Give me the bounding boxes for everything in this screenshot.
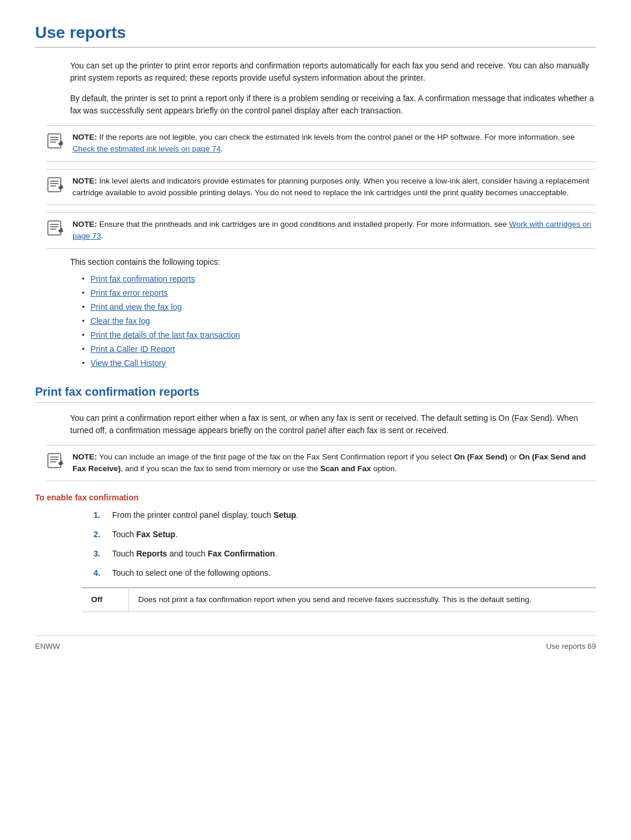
list-item: Clear the fax log	[82, 316, 596, 326]
note-icon-2	[47, 177, 68, 195]
note-icon-1	[47, 133, 68, 151]
list-item: View the Call History	[82, 358, 596, 368]
list-item: Print fax confirmation reports	[82, 274, 596, 284]
confirmation-note-text: NOTE: You can include an image of the fi…	[72, 451, 596, 475]
option-description: Does not print a fax confirmation report…	[129, 588, 596, 612]
svg-rect-4	[48, 178, 61, 192]
note-2-label: NOTE:	[72, 177, 97, 185]
topic-link-5[interactable]: Print the details of the last fax transa…	[91, 330, 240, 340]
footer-left: ENWW	[35, 642, 60, 651]
list-item: Print a Caller ID Report	[82, 344, 596, 354]
note-1-label: NOTE:	[72, 133, 97, 141]
note-1-body: If the reports are not legible, you can …	[72, 133, 575, 153]
list-item: Print the details of the last fax transa…	[82, 330, 596, 340]
list-item: Print and view the fax log	[82, 302, 596, 312]
step-3: 3. Touch Reports and touch Fax Confirmat…	[93, 548, 596, 560]
step-2-text: Touch Fax Setup.	[112, 528, 178, 541]
topic-link-4[interactable]: Clear the fax log	[91, 316, 150, 326]
step-1: 1. From the printer control panel displa…	[93, 509, 596, 521]
option-name: Off	[82, 588, 129, 612]
note-box-2: NOTE: Ink level alerts and indicators pr…	[47, 169, 596, 206]
note-3-label: NOTE:	[72, 220, 97, 229]
note-3-text: NOTE: Ensure that the printheads and ink…	[72, 219, 596, 243]
step-4-num: 4.	[93, 567, 108, 579]
note-1-text: NOTE: If the reports are not legible, yo…	[72, 132, 596, 155]
step-2: 2. Touch Fax Setup.	[93, 528, 596, 541]
note-3-body: Ensure that the printheads and ink cartr…	[72, 220, 591, 240]
sub-heading-enable-fax: To enable fax confirmation	[35, 493, 596, 502]
note-box-1: NOTE: If the reports are not legible, yo…	[47, 125, 596, 162]
steps-list: 1. From the printer control panel displa…	[93, 509, 596, 579]
step-4-text: Touch to select one of the following opt…	[112, 567, 271, 579]
intro-para1: You can set up the printer to print erro…	[70, 60, 596, 84]
note-2-text: NOTE: Ink level alerts and indicators pr…	[72, 175, 596, 199]
step-3-num: 3.	[93, 548, 108, 560]
svg-rect-8	[48, 221, 61, 235]
list-item: Print fax error reports	[82, 288, 596, 298]
topics-intro: This section contains the following topi…	[70, 256, 596, 268]
topic-link-7[interactable]: View the Call History	[91, 358, 166, 368]
step-1-text: From the printer control panel display, …	[112, 509, 299, 521]
step-1-num: 1.	[93, 509, 108, 521]
confirmation-note-body: You can include an image of the first pa…	[72, 452, 586, 473]
note-box-confirmation: NOTE: You can include an image of the fi…	[47, 445, 596, 482]
options-table: Off Does not print a fax confirmation re…	[82, 587, 596, 612]
step-4: 4. Touch to select one of the following …	[93, 567, 596, 579]
step-2-num: 2.	[93, 528, 108, 541]
page-content: Use reports You can set up the printer t…	[35, 23, 596, 651]
intro-para2: By default, the printer is set to print …	[70, 92, 596, 117]
topics-list: Print fax confirmation reports Print fax…	[82, 274, 596, 368]
table-row: Off Does not print a fax confirmation re…	[82, 588, 596, 612]
svg-rect-0	[48, 134, 61, 148]
note-3-link[interactable]: Work with cartridges on page 73	[72, 220, 591, 240]
confirmation-para1: You can print a confirmation report eith…	[70, 412, 596, 437]
section-heading-confirmation: Print fax confirmation reports	[35, 385, 596, 403]
note-icon-confirmation	[47, 452, 68, 471]
topic-link-1[interactable]: Print fax confirmation reports	[91, 274, 195, 284]
main-title: Use reports	[35, 23, 596, 48]
topic-link-2[interactable]: Print fax error reports	[91, 288, 168, 298]
topic-link-6[interactable]: Print a Caller ID Report	[91, 344, 175, 354]
note-icon-3	[47, 220, 68, 238]
footer-right: Use reports 69	[546, 642, 596, 651]
topic-link-3[interactable]: Print and view the fax log	[91, 302, 182, 312]
note-2-body: Ink level alerts and indicators provide …	[72, 177, 589, 197]
note-box-3: NOTE: Ensure that the printheads and ink…	[47, 212, 596, 249]
page-footer: ENWW Use reports 69	[35, 635, 596, 651]
svg-rect-12	[48, 454, 61, 468]
note-1-link[interactable]: Check the estimated ink levels on page 7…	[72, 144, 221, 153]
step-3-text: Touch Reports and touch Fax Confirmation…	[112, 548, 277, 560]
confirmation-note-label: NOTE:	[72, 452, 97, 461]
